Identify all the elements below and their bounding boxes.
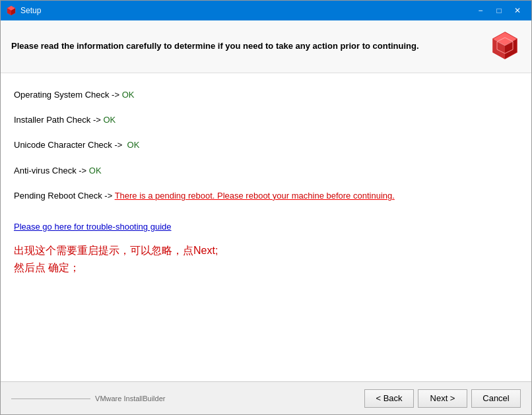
check-path-label: Installer Path Check -> — [14, 115, 103, 125]
header-bar: Please read the information carefully to… — [1, 20, 531, 73]
window-title: Setup — [20, 6, 472, 15]
annotation-block: 出现这个需要重启提示，可以忽略，点Next; 然后点 确定； — [14, 242, 518, 276]
check-os: Operating System Check -> OK — [14, 89, 518, 101]
window-controls: − □ ✕ — [472, 4, 526, 17]
cancel-button[interactable]: Cancel — [471, 389, 521, 408]
back-button[interactable]: < Back — [364, 389, 414, 408]
header-text: Please read the information carefully to… — [11, 40, 419, 52]
footer-buttons: < Back Next > Cancel — [364, 389, 521, 408]
check-path-status: OK — [103, 115, 116, 125]
check-os-status: OK — [122, 90, 135, 100]
footer-bar: VMware InstallBuilder < Back Next > Canc… — [1, 381, 531, 414]
logo-icon — [489, 30, 521, 61]
check-reboot-label: Pending Reboot Check -> — [14, 191, 115, 201]
close-button[interactable]: ✕ — [509, 4, 526, 17]
check-reboot: Pending Reboot Check -> There is a pendi… — [14, 190, 518, 202]
check-reboot-status: There is a pending reboot. Please reboot… — [115, 191, 395, 201]
troubleshoot-link[interactable]: Please go here for trouble-shooting guid… — [14, 222, 172, 232]
check-unicode: Unicode Character Check -> OK — [14, 139, 518, 151]
brand-label: VMware InstallBuilder — [11, 395, 364, 402]
check-installer-path: Installer Path Check -> OK — [14, 114, 518, 126]
header-logo — [489, 30, 521, 63]
next-button[interactable]: Next > — [418, 389, 467, 408]
content-area: Operating System Check -> OK Installer P… — [1, 73, 531, 381]
check-av-label: Anti-virus Check -> — [14, 166, 89, 176]
maximize-button[interactable]: □ — [490, 4, 508, 17]
check-av-status: OK — [89, 166, 102, 176]
check-os-label: Operating System Check -> — [14, 90, 122, 100]
check-unicode-label: Unicode Character Check -> — [14, 140, 127, 150]
check-antivirus: Anti-virus Check -> OK — [14, 165, 518, 177]
minimize-button[interactable]: − — [472, 4, 489, 17]
annotation-line2: 然后点 确定； — [14, 259, 518, 276]
title-bar: Setup − □ ✕ — [1, 1, 531, 20]
app-icon — [6, 5, 17, 16]
setup-window: Setup − □ ✕ Please read the information … — [0, 0, 532, 415]
check-unicode-status: OK — [127, 140, 140, 150]
annotation-line1: 出现这个需要重启提示，可以忽略，点Next; — [14, 242, 518, 259]
